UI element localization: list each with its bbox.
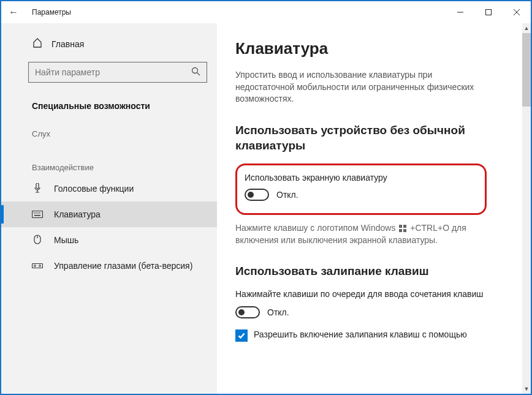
sidebar-item-label: Голосовые функции <box>54 184 134 194</box>
back-button[interactable]: ← <box>9 7 18 18</box>
sticky-allow-label: Разрешить включение залипания клавиш с п… <box>254 329 467 339</box>
onscreen-kb-toggle[interactable] <box>245 189 269 201</box>
scroll-up-button[interactable]: ▲ <box>522 23 531 33</box>
search-field[interactable] <box>35 67 191 77</box>
svg-rect-12 <box>34 215 40 216</box>
highlight-annotation: Использовать экранную клавиатуру Откл. <box>235 164 487 215</box>
minimize-button[interactable] <box>446 2 474 22</box>
sidebar-item-keyboard[interactable]: Клавиатура <box>1 201 217 227</box>
toggle-state: Откл. <box>267 307 289 317</box>
svg-rect-6 <box>36 183 39 189</box>
search-icon <box>191 67 200 78</box>
home-nav[interactable]: Главная <box>1 34 217 53</box>
scroll-down-button[interactable]: ▼ <box>522 384 531 394</box>
svg-rect-8 <box>34 213 35 214</box>
section-sticky-heading: Использовать залипание клавиш <box>235 263 493 279</box>
keyboard-icon <box>32 209 43 220</box>
sticky-keys-toggle[interactable] <box>235 306 260 318</box>
sidebar-item-mouse[interactable]: Мышь <box>1 227 217 253</box>
scrollbar[interactable]: ▲ ▼ <box>522 23 531 394</box>
svg-point-17 <box>39 265 41 266</box>
close-button[interactable] <box>503 2 531 22</box>
window-title: Параметры <box>32 8 71 17</box>
svg-rect-1 <box>486 10 492 15</box>
svg-rect-10 <box>37 213 39 214</box>
mic-icon <box>32 183 43 195</box>
svg-point-4 <box>192 68 198 73</box>
sticky-desc: Нажимайте клавиши по очереди для ввода с… <box>235 289 487 299</box>
settings-window: ← Параметры Главная <box>0 0 532 395</box>
page-title: Клавиатура <box>235 39 512 58</box>
home-icon <box>32 38 43 50</box>
category-title: Специальные возможности <box>1 92 217 119</box>
toggle-state: Откл. <box>276 190 298 200</box>
svg-rect-7 <box>32 211 43 217</box>
eye-icon <box>32 261 43 271</box>
sidebar-item-speech[interactable]: Голосовые функции <box>1 176 217 201</box>
svg-rect-9 <box>36 213 37 214</box>
sidebar: Главная Специальные возможности Слух Вза… <box>1 23 217 394</box>
svg-line-5 <box>197 73 200 76</box>
search-input[interactable] <box>28 62 207 83</box>
section-onscreen-heading: Использовать устройство без обычной клав… <box>235 122 493 154</box>
home-label: Главная <box>51 39 84 49</box>
sidebar-item-label: Мышь <box>54 235 78 245</box>
sticky-shortcut-checkbox[interactable] <box>235 329 248 342</box>
scroll-thumb[interactable] <box>522 33 531 107</box>
onscreen-kb-hint: Нажмите клавишу с логотипом Windows +CTR… <box>235 222 487 246</box>
sidebar-item-label: Клавиатура <box>54 209 101 219</box>
onscreen-kb-label: Использовать экранную клавиатуру <box>245 173 475 182</box>
titlebar: ← Параметры <box>1 1 531 23</box>
windows-logo-icon <box>399 225 406 232</box>
maximize-button[interactable] <box>474 2 503 22</box>
page-intro: Упростить ввод и использование клавиатур… <box>235 69 487 105</box>
svg-rect-11 <box>39 213 40 214</box>
content-pane: Клавиатура Упростить ввод и использовани… <box>217 23 531 394</box>
sidebar-item-label: Управление глазами (бета-версия) <box>54 261 192 271</box>
svg-point-16 <box>34 265 36 266</box>
mouse-icon <box>32 235 43 246</box>
group-hearing: Слух <box>1 119 217 142</box>
sidebar-item-eyecontrol[interactable]: Управление глазами (бета-версия) <box>1 253 217 279</box>
group-interaction: Взаимодействие <box>1 142 217 176</box>
